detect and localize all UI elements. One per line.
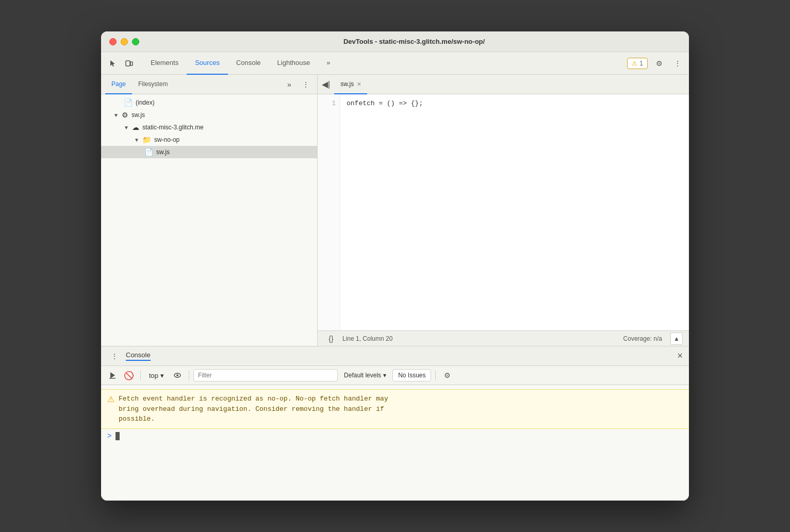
levels-arrow-icon: ▾ (383, 372, 386, 379)
context-selector[interactable]: top ▾ (145, 370, 168, 381)
line-numbers: 1 (318, 94, 340, 330)
sub-tabs-right: » ⋮ (282, 77, 313, 92)
warning-message-icon: ⚠ (107, 394, 114, 404)
editor-tab-label: sw.js (340, 80, 354, 88)
tree-label-index: (index) (136, 99, 155, 106)
context-label: top (149, 372, 158, 379)
block-icon[interactable]: 🚫 (122, 368, 136, 383)
console-header: ⋮ Console × (101, 346, 689, 366)
sub-tab-filesystem[interactable]: Filesystem (132, 75, 174, 94)
tab-more[interactable]: » (318, 52, 338, 75)
traffic-lights (109, 38, 139, 45)
svg-marker-2 (110, 372, 115, 378)
cursor-icon[interactable] (105, 56, 120, 71)
sub-tabs-more-icon[interactable]: » (282, 77, 297, 92)
issues-button[interactable]: No Issues (392, 369, 431, 381)
toolbar-divider-3 (435, 370, 436, 380)
tree-label-sw-js-file: sw.js (156, 148, 170, 156)
devtools-window: DevTools - static-misc-3.glitch.me/sw-no… (101, 31, 689, 501)
svg-point-5 (176, 374, 178, 376)
console-cursor (116, 432, 120, 440)
warning-message: ⚠ Fetch event handler is recognized as n… (101, 389, 689, 429)
js-file-icon: 📄 (144, 148, 153, 156)
svg-rect-0 (126, 61, 130, 66)
more-options-icon[interactable]: ⋮ (670, 56, 685, 71)
default-levels-label: Default levels (344, 372, 381, 379)
main-content: Page Filesystem » ⋮ 📄 (index) ▼ (101, 75, 689, 346)
tree-label-domain: static-misc-3.glitch.me (142, 124, 204, 131)
cursor-position: Line 1, Column 20 (342, 335, 392, 342)
left-panel: Page Filesystem » ⋮ 📄 (index) ▼ (101, 75, 318, 346)
eye-icon[interactable] (170, 368, 185, 383)
right-panel: ◀| sw.js × 1 onfetch = () => {}; (318, 75, 689, 346)
tree-arrow-sw-js: ▼ (113, 112, 119, 118)
warning-badge[interactable]: ⚠ 1 (627, 58, 648, 69)
folder-icon: 📁 (142, 136, 151, 144)
window-title: DevTools - static-misc-3.glitch.me/sw-no… (147, 38, 681, 45)
status-bar: {} Line 1, Column 20 Coverage: n/a ▲ (318, 330, 689, 346)
devtools-icons (105, 56, 136, 71)
console-settings-icon[interactable]: ⚙ (440, 368, 454, 383)
minimize-button[interactable] (121, 38, 128, 45)
tree-arrow-domain: ▼ (124, 125, 129, 130)
code-area: 1 onfetch = () => {}; (318, 94, 689, 330)
editor-tab-close-icon[interactable]: × (357, 80, 361, 88)
filter-input[interactable] (193, 369, 338, 381)
close-button[interactable] (109, 38, 117, 45)
maximize-button[interactable] (132, 38, 139, 45)
tree-arrow-folder: ▼ (134, 137, 139, 143)
svg-rect-1 (130, 62, 133, 65)
tree-item-sw-js-root[interactable]: ▼ ⚙ sw.js (101, 109, 317, 121)
context-arrow-icon: ▾ (160, 372, 164, 379)
tab-elements[interactable]: Elements (142, 52, 187, 75)
warning-triangle-icon: ⚠ (632, 60, 637, 67)
file-tree: 📄 (index) ▼ ⚙ sw.js ▼ ☁ static-misc-3.gl… (101, 94, 317, 346)
editor-back-icon[interactable]: ◀| (322, 79, 330, 89)
preserve-log-icon[interactable] (105, 368, 120, 383)
console-close-icon[interactable]: × (677, 351, 683, 361)
tree-label-folder: sw-no-op (154, 136, 179, 143)
code-line-1: onfetch = () => {}; (347, 98, 683, 109)
sub-tab-bar: Page Filesystem » ⋮ (101, 75, 317, 94)
tree-item-index[interactable]: 📄 (index) (101, 96, 317, 109)
code-text-1: onfetch = () => {}; (347, 99, 423, 107)
format-braces-icon[interactable]: {} (324, 331, 338, 346)
toolbar-divider-2 (189, 370, 189, 380)
top-tabs-right: ⚠ 1 ⚙ ⋮ (627, 56, 685, 71)
cloud-icon: ☁ (132, 123, 139, 131)
settings-gear-icon[interactable]: ⚙ (652, 56, 666, 71)
code-content[interactable]: onfetch = () => {}; (340, 94, 689, 330)
tab-sources[interactable]: Sources (187, 52, 228, 75)
console-title: Console (126, 351, 151, 361)
editor-tab-sw-js[interactable]: sw.js × (334, 75, 367, 94)
console-input-line: > (101, 429, 689, 443)
status-bar-right: Coverage: n/a ▲ (623, 332, 683, 345)
status-up-icon[interactable]: ▲ (670, 332, 683, 345)
editor-tab-bar: ◀| sw.js × (318, 75, 689, 94)
tab-console[interactable]: Console (228, 52, 269, 75)
tree-item-domain[interactable]: ▼ ☁ static-misc-3.glitch.me (101, 121, 317, 134)
default-levels-button[interactable]: Default levels ▾ (340, 370, 390, 381)
devtools-body: Elements Sources Console Lighthouse » ⚠ … (101, 52, 689, 501)
console-more-icon[interactable]: ⋮ (107, 349, 122, 363)
warning-message-text: Fetch event handler is recognized as no-… (119, 394, 388, 424)
tree-item-folder[interactable]: ▼ 📁 sw-no-op (101, 134, 317, 146)
sub-tab-page[interactable]: Page (105, 75, 132, 94)
titlebar: DevTools - static-misc-3.glitch.me/sw-no… (101, 31, 689, 52)
gear-icon: ⚙ (122, 111, 128, 119)
top-tab-bar: Elements Sources Console Lighthouse » ⚠ … (101, 52, 689, 75)
line-number-1: 1 (318, 98, 336, 109)
tree-item-sw-js-file[interactable]: 📄 sw.js (101, 146, 317, 158)
tree-label-sw-js-root: sw.js (131, 111, 145, 119)
coverage-label: Coverage: n/a (623, 335, 662, 342)
sub-tabs-menu-icon[interactable]: ⋮ (299, 77, 313, 92)
svg-rect-3 (109, 378, 116, 379)
console-toolbar: 🚫 top ▾ Default levels ▾ (101, 366, 689, 385)
document-icon: 📄 (124, 98, 133, 107)
bottom-console-panel: ⋮ Console × 🚫 top ▾ (101, 346, 689, 501)
console-prompt-icon: > (107, 432, 111, 440)
warning-count: 1 (639, 60, 643, 67)
device-toolbar-icon[interactable] (122, 56, 136, 71)
toolbar-divider (140, 370, 141, 380)
tab-lighthouse[interactable]: Lighthouse (269, 52, 319, 75)
